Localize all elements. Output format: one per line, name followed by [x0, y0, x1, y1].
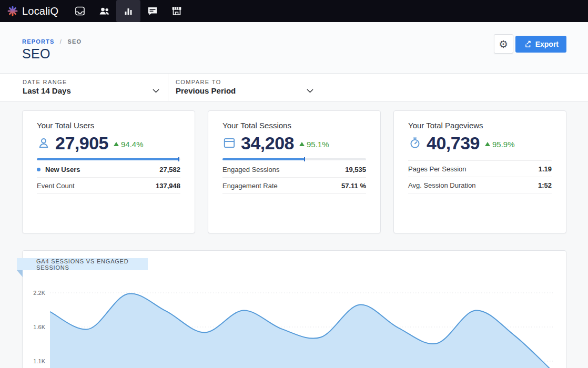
y-axis-tick: 2.2K: [27, 290, 45, 296]
chart-title-ribbon: GA4 SESSIONS VS ENGAGED SESSIONS: [17, 258, 148, 270]
browser-window-icon: [222, 136, 236, 150]
card-title: Your Total Sessions: [222, 121, 366, 130]
metric-change: 94.4%: [114, 140, 144, 149]
total-users-card: Your Total Users 27,905 94.4% New Users …: [22, 110, 195, 233]
metric-row: Event Count 137,948: [37, 178, 180, 194]
card-title: Your Total Pageviews: [408, 121, 552, 130]
contacts-icon: [98, 5, 110, 17]
stopwatch-icon: [408, 136, 422, 150]
breadcrumb-current: SEO: [67, 38, 82, 45]
gear-icon: ⚙: [499, 38, 508, 50]
metric-change: 95.1%: [299, 140, 329, 149]
arrow-up-icon: [485, 142, 490, 146]
inbox-icon: [74, 5, 86, 17]
settings-button[interactable]: ⚙: [494, 34, 513, 54]
top-nav: LocaliQ: [0, 0, 588, 22]
y-axis-tick: 1.1K: [27, 358, 45, 364]
header-actions: ⚙ Export: [494, 34, 566, 54]
arrow-up-icon: [114, 142, 119, 146]
y-axis-tick: 1.6K: [27, 324, 45, 330]
progress-fill: [222, 158, 305, 160]
chevron-down-icon: [153, 86, 159, 95]
total-pageviews-card: Your Total Pageviews 40,739 95.9% Pages …: [393, 110, 566, 233]
card-title: Your Total Users: [37, 121, 180, 130]
localiq-logo-icon: [7, 5, 18, 17]
sessions-chart-card: GA4 SESSIONS VS ENGAGED SESSIONS 2.2K 1.…: [22, 250, 566, 368]
compare-to-value: Previous Period: [176, 86, 236, 95]
metric-row: Pages Per Session 1.19: [408, 161, 552, 177]
chart-title: GA4 SESSIONS VS ENGAGED SESSIONS: [36, 258, 148, 271]
storefront-icon: [171, 5, 183, 17]
nav-contacts[interactable]: [92, 0, 116, 22]
page-header: REPORTS / SEO SEO ⚙ Export: [0, 22, 588, 73]
chevron-down-icon: [307, 86, 313, 95]
metric-row: Engagement Rate 57.11 %: [222, 178, 366, 194]
progress-track: [37, 158, 180, 160]
legend-dot: [37, 168, 40, 171]
breadcrumb-separator: /: [60, 38, 62, 45]
nav-analytics[interactable]: [116, 0, 140, 22]
date-range-dropdown[interactable]: DATE RANGE Last 14 Days: [0, 74, 168, 101]
brand-name: LocaliQ: [22, 5, 58, 17]
progress-track: [222, 158, 366, 160]
filter-bar: DATE RANGE Last 14 Days COMPARE TO Previ…: [0, 73, 588, 101]
date-range-label: DATE RANGE: [23, 79, 67, 85]
compare-to-label: COMPARE TO: [176, 79, 221, 85]
export-button-label: Export: [535, 40, 559, 48]
bar-chart-icon: [123, 5, 134, 17]
breadcrumb-reports-link[interactable]: REPORTS: [22, 38, 55, 45]
area-chart: [50, 282, 553, 368]
metric-value: 27,905: [55, 133, 108, 154]
breadcrumb: REPORTS / SEO: [22, 38, 82, 45]
user-icon: [37, 136, 50, 150]
metric-row: Avg. Session Duration 1:52: [408, 177, 552, 193]
metric-cards: Your Total Users 27,905 94.4% New Users …: [22, 110, 566, 233]
compare-to-dropdown[interactable]: COMPARE TO Previous Period: [168, 74, 322, 101]
progress-fill: [37, 158, 179, 160]
chat-icon: [147, 5, 158, 17]
area-fill: [50, 293, 553, 368]
nav-store[interactable]: [165, 0, 189, 22]
metric-value: 40,739: [427, 133, 480, 154]
nav-messages[interactable]: [140, 0, 165, 22]
share-icon: [523, 40, 532, 48]
total-sessions-card: Your Total Sessions 34,208 95.1% Engaged…: [208, 110, 381, 233]
metric-row: New Users 27,582: [37, 161, 180, 178]
page-title: SEO: [22, 46, 50, 62]
ribbon-fold: [17, 270, 23, 277]
metric-value: 34,208: [241, 133, 294, 154]
brand[interactable]: LocaliQ: [7, 5, 58, 17]
arrow-up-icon: [299, 142, 305, 146]
metric-change: 95.9%: [485, 140, 515, 149]
nav-inbox[interactable]: [68, 0, 92, 22]
date-range-value: Last 14 Days: [23, 86, 71, 95]
metric-row: Engaged Sessions 19,535: [222, 161, 366, 178]
export-button[interactable]: Export: [515, 36, 566, 53]
